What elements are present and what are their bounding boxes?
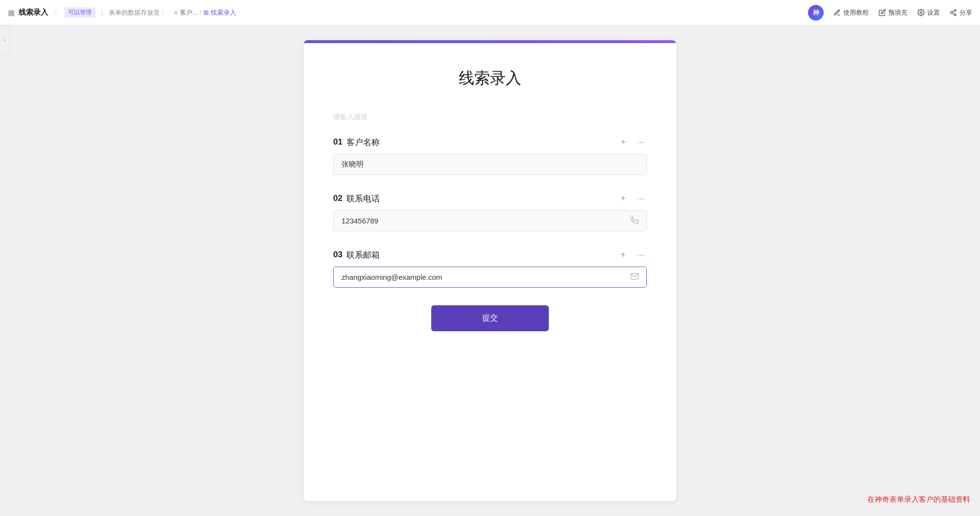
field-02-name: 联系电话: [346, 193, 380, 204]
chevron-left-icon: ‹: [4, 37, 6, 44]
field-03-add-button[interactable]: +: [617, 249, 629, 261]
share-action[interactable]: 分享: [950, 8, 972, 17]
field-01-input-wrapper: [333, 154, 647, 175]
svg-point-0: [920, 12, 922, 14]
star-icon[interactable]: ☆: [52, 9, 58, 17]
bottom-annotation: 在神奇表单录入客户的基础资料: [867, 495, 970, 504]
main-content: 线索录入 01 客户名称 + ···: [0, 25, 980, 516]
storage-label: 表单的数据存放至：: [109, 8, 166, 17]
field-01-header: 01 客户名称 + ···: [333, 136, 647, 148]
prefill-action[interactable]: 预填充: [879, 8, 907, 17]
svg-point-2: [951, 12, 953, 14]
phone-icon: [630, 216, 639, 226]
svg-point-3: [954, 14, 956, 16]
field-03-label: 03 联系邮箱: [333, 249, 380, 261]
manageable-badge: 可以管理: [64, 7, 96, 18]
field-03-number: 03: [333, 250, 343, 260]
share-icon: [950, 9, 957, 16]
field-customer-name: 01 客户名称 + ···: [333, 136, 647, 175]
email-icon: [630, 272, 639, 283]
field-03-more-button[interactable]: ···: [635, 249, 647, 261]
field-01-label: 01 客户名称: [333, 137, 380, 148]
field-03-input-wrapper: [333, 267, 647, 288]
field-02-header: 02 联系电话 + ···: [333, 193, 647, 204]
topbar: ▦ 线索录入 ☆ 可以管理 | 表单的数据存放至： # 客户... / ⊞ 线索…: [0, 0, 980, 25]
email-input[interactable]: [333, 267, 647, 288]
tutorial-action[interactable]: 使用教程: [833, 8, 869, 17]
field-02-add-button[interactable]: +: [617, 193, 629, 204]
breadcrumb-parent[interactable]: 客户...: [180, 8, 198, 17]
avatar-image: 神: [808, 5, 824, 21]
topbar-left: ▦ 线索录入 ☆ 可以管理 | 表单的数据存放至： # 客户... / ⊞ 线索…: [8, 7, 808, 18]
field-02-number: 02: [333, 194, 343, 203]
field-03-name: 联系邮箱: [346, 249, 380, 261]
separator: |: [101, 9, 103, 16]
field-01-add-button[interactable]: +: [617, 136, 629, 148]
svg-point-1: [954, 9, 956, 11]
field-02-label: 02 联系电话: [333, 193, 380, 204]
form-description-input[interactable]: [333, 109, 647, 124]
settings-action[interactable]: 设置: [917, 8, 940, 17]
submit-area: 提交: [333, 305, 647, 351]
page-title: 线索录入: [19, 8, 48, 17]
form-container: 线索录入 01 客户名称 + ···: [304, 40, 676, 501]
svg-line-4: [952, 13, 954, 14]
svg-line-5: [952, 11, 954, 12]
field-02-input-wrapper: [333, 210, 647, 231]
field-01-actions: + ···: [617, 136, 647, 148]
form-body: 线索录入 01 客户名称 + ···: [304, 43, 676, 380]
edit-icon: [879, 9, 886, 16]
phone-input[interactable]: [333, 210, 647, 231]
field-03-actions: + ···: [617, 249, 647, 261]
book-icon: [833, 9, 841, 16]
breadcrumb-current: ⊞ 线索录入: [203, 8, 236, 17]
field-02-actions: + ···: [617, 193, 647, 204]
submit-button[interactable]: 提交: [431, 305, 549, 331]
customer-name-input[interactable]: [333, 154, 647, 175]
breadcrumb-table-icon: ⊞: [203, 9, 209, 16]
field-01-name: 客户名称: [346, 137, 380, 148]
table-icon: ▦: [8, 8, 15, 17]
field-03-header: 03 联系邮箱 + ···: [333, 249, 647, 261]
breadcrumb-separator: /: [199, 9, 201, 16]
breadcrumb-hash: #: [174, 9, 177, 16]
gear-icon: [917, 9, 925, 16]
topbar-right: 神 使用教程 预填充 设置 分享: [808, 5, 972, 21]
field-email: 03 联系邮箱 + ···: [333, 249, 647, 288]
form-title: 线索录入: [333, 68, 647, 89]
field-01-number: 01: [333, 137, 343, 147]
sidebar-toggle[interactable]: ‹: [0, 25, 10, 55]
user-avatar[interactable]: 神: [808, 5, 824, 21]
field-02-more-button[interactable]: ···: [635, 193, 647, 204]
field-phone: 02 联系电话 + ···: [333, 193, 647, 231]
breadcrumb: # 客户... / ⊞ 线索录入: [174, 8, 236, 17]
field-01-more-button[interactable]: ···: [635, 136, 647, 148]
